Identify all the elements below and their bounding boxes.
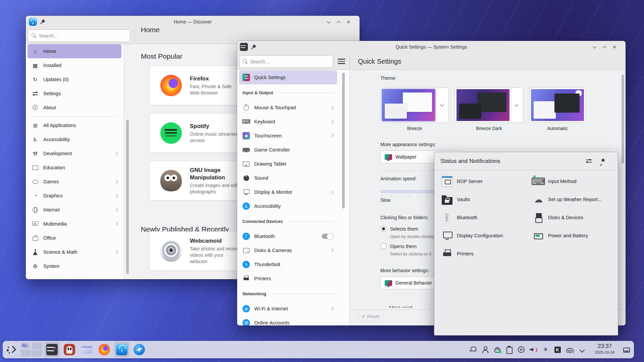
tray-volume[interactable] <box>529 341 538 358</box>
virtual-desktop-pager[interactable] <box>21 343 42 357</box>
settings-nav-mouse-touchpad[interactable]: Mouse & Touchpad <box>239 101 337 115</box>
close-button[interactable]: × <box>344 18 353 26</box>
theme-breeze[interactable]: Breeze <box>380 87 449 131</box>
settings-section-input-output[interactable]: Input & Output <box>239 84 337 101</box>
radio-selects-them[interactable] <box>380 226 387 232</box>
discover-search-input[interactable] <box>39 33 112 39</box>
tray-media-player[interactable] <box>517 341 526 358</box>
task-discover[interactable] <box>114 342 129 357</box>
sidebar-item-system[interactable]: ⚙ System <box>28 259 121 273</box>
settings-section-connected-devices[interactable]: Connected Devices <box>239 213 337 229</box>
settings-nav-quick-settings[interactable]: Quick Settings <box>239 70 337 84</box>
hamburger-menu-icon[interactable] <box>338 59 345 64</box>
desktop-2[interactable] <box>32 343 42 349</box>
popup-item-input-method[interactable]: ⌨ Input Method <box>531 172 620 190</box>
sidebar-item-games[interactable]: Games <box>28 175 121 189</box>
sidebar-item-internet[interactable]: Internet <box>28 203 121 217</box>
popup-item-bluetooth[interactable]: ᛒ Bluetooth <box>440 208 528 227</box>
popup-item-rdp-server[interactable]: RDP Server <box>440 172 528 190</box>
desktop-3[interactable] <box>21 350 31 357</box>
settings-nav-thunderbolt[interactable]: ϟ Thunderbolt <box>239 257 337 272</box>
settings-nav-bluetooth[interactable]: ᛒ Bluetooth <box>239 229 337 243</box>
settings-nav-game-controller[interactable]: Game Controller <box>239 143 337 157</box>
tray-notifications[interactable] <box>468 341 478 358</box>
pin-icon[interactable] <box>40 19 45 24</box>
pin-icon[interactable] <box>251 44 256 50</box>
desktop-4[interactable] <box>32 350 42 357</box>
settings-nav-printers[interactable]: Printers <box>239 272 337 286</box>
theme-dropdown-chevron[interactable] <box>511 89 522 121</box>
tray-expand[interactable] <box>577 341 587 358</box>
main-scrollbar-thumb[interactable] <box>622 75 624 164</box>
sidebar-item-graphics[interactable]: ◔ Graphics <box>28 189 121 203</box>
sidebar-item-home[interactable]: ⌂ Home <box>28 44 121 58</box>
sidebar-item-education[interactable]: Education <box>28 161 121 175</box>
tray-brightness[interactable]: ☀ <box>541 341 550 358</box>
sidebar-item-office[interactable]: Office <box>28 231 121 245</box>
maximize-button[interactable] <box>600 43 608 51</box>
maximize-button[interactable] <box>334 18 342 26</box>
task-system-settings[interactable] <box>44 342 60 357</box>
popup-item-vaults[interactable]: Vaults <box>440 190 528 208</box>
sidebar-item-installed[interactable]: ▦ Installed <box>28 58 121 72</box>
settings-nav-disks-cameras[interactable]: Disks & Cameras <box>239 243 337 257</box>
pin-icon[interactable] <box>600 158 608 166</box>
tray-wifi[interactable] <box>565 341 575 358</box>
sidebar-item-updates[interactable]: ↻ Updates (0) <box>28 72 121 86</box>
theme-breeze-dark[interactable]: Breeze Dark <box>455 87 523 131</box>
reset-button[interactable]: ↺ Reset <box>358 310 383 322</box>
tray-cloud-sync[interactable] <box>492 341 502 358</box>
sidebar-item-science-math[interactable]: Science & Math <box>28 245 121 259</box>
tray-kate[interactable]: K <box>553 341 562 358</box>
chevron-right-icon <box>330 307 333 310</box>
sidebar-item-all-applications[interactable]: ⊞ All Applications <box>28 118 121 132</box>
settings-search-input[interactable] <box>250 59 316 64</box>
breeze-preview-icon <box>382 89 435 121</box>
theme-automatic[interactable]: Automatic <box>529 87 586 131</box>
popup-item-power-battery[interactable]: Power and Battery <box>531 227 620 245</box>
sidebar-item-about[interactable]: ⓘ About <box>28 101 121 115</box>
desktop-1[interactable] <box>21 343 31 349</box>
discover-app-icon[interactable] <box>29 18 37 26</box>
tray-clipboard[interactable] <box>504 341 514 358</box>
popup-item-printers[interactable]: Printers <box>440 245 528 263</box>
settings-nav-display-monitor[interactable]: Display & Monitor <box>239 185 337 199</box>
popup-item-display-configuration[interactable]: Display Configuration <box>440 227 528 245</box>
settings-app-icon[interactable] <box>240 43 248 51</box>
sidebar-item-multimedia[interactable]: ▶ Multimedia <box>28 217 121 231</box>
minimize-button[interactable] <box>591 43 599 51</box>
webcamoid-logo-icon <box>160 240 182 262</box>
sidebar-item-settings[interactable]: Settings <box>28 86 121 101</box>
popup-item-weather[interactable]: ☁ Set up Weather Report... <box>531 190 620 208</box>
settings-nav-keyboard[interactable]: ⌨ Keyboard <box>239 115 337 129</box>
close-button[interactable]: × <box>610 43 619 51</box>
digital-clock[interactable]: 23:37 2025-10-16 <box>590 343 620 355</box>
rdp-server-icon <box>442 176 452 187</box>
task-dolphin[interactable] <box>79 342 95 357</box>
radio-opens-them[interactable] <box>380 243 387 249</box>
task-falkon[interactable] <box>131 342 147 357</box>
task-firefox[interactable] <box>97 342 112 357</box>
tray-user-switcher[interactable] <box>480 341 490 358</box>
theme-dropdown-chevron[interactable] <box>436 89 447 121</box>
slow-label: Slow <box>380 197 390 203</box>
sidebar-scrollbar-thumb[interactable] <box>342 73 345 208</box>
popup-item-disks-devices[interactable]: Disks & Devices <box>531 208 620 227</box>
settings-nav-drawing-tablet[interactable]: Drawing Tablet <box>239 157 337 171</box>
sidebar-item-development[interactable]: ⚒ Development <box>28 146 121 161</box>
bluetooth-toggle[interactable] <box>322 234 334 239</box>
settings-nav-accessibility[interactable]: ♿ Accessibility <box>239 199 337 213</box>
show-desktop-button[interactable] <box>622 341 631 358</box>
app-launcher-button[interactable] <box>4 342 19 357</box>
settings-nav-wifi-internet[interactable]: ⊕ Wi-Fi & Internet <box>239 302 337 316</box>
task-ghostwriter[interactable] <box>62 342 77 357</box>
settings-section-networking[interactable]: Networking <box>239 286 337 302</box>
discover-search[interactable] <box>28 29 130 42</box>
settings-nav-online-accounts[interactable]: @ Online Accounts <box>239 316 337 325</box>
configure-icon[interactable] <box>585 157 593 165</box>
sidebar-item-accessibility[interactable]: ♿ Accessibility <box>28 132 121 146</box>
minimize-button[interactable] <box>325 18 333 26</box>
settings-search[interactable] <box>239 55 333 68</box>
settings-nav-sound[interactable]: Sound <box>239 171 337 185</box>
settings-nav-touchscreen[interactable]: Touchscreen <box>239 129 337 143</box>
